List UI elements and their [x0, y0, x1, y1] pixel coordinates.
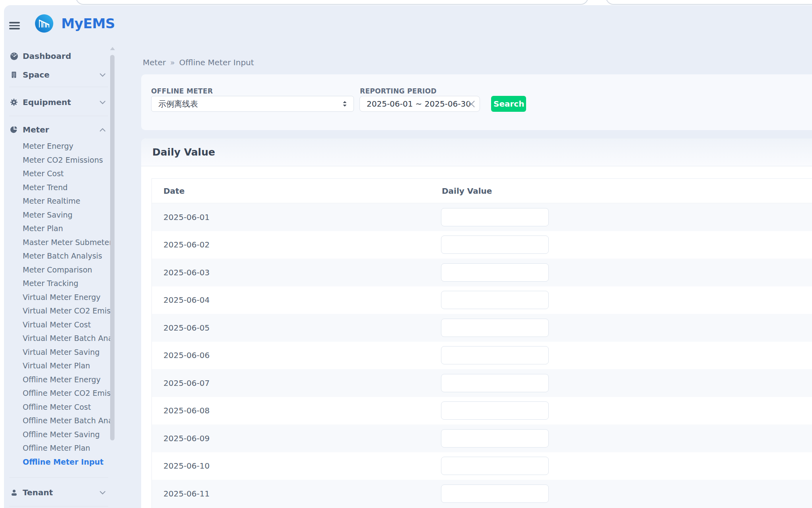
- building-icon: [9, 71, 19, 79]
- offline-meter-selected-value: 示例离线表: [158, 99, 198, 109]
- sidebar-subitem[interactable]: Meter Saving: [0, 208, 110, 222]
- brand-logo[interactable]: MyEMS: [35, 14, 115, 33]
- sidebar-item-meter[interactable]: Meter: [0, 122, 110, 138]
- sidebar-subitem[interactable]: Virtual Meter CO2 Emissions: [0, 304, 110, 318]
- table-row: 2025-06-06: [152, 342, 812, 370]
- chevron-down-icon: [100, 73, 105, 77]
- sidebar-item-label: Space: [23, 70, 50, 80]
- sidebar-subitem[interactable]: Meter Cost: [0, 167, 110, 181]
- sidebar-subitem[interactable]: Meter Batch Analysis: [0, 249, 110, 263]
- table-row: 2025-06-10: [152, 452, 812, 480]
- sidebar-subitem[interactable]: Offline Meter Energy: [0, 373, 110, 387]
- date-cell: 2025-06-06: [152, 350, 441, 360]
- sidebar-subitem[interactable]: Meter Trend: [0, 181, 110, 195]
- pie-chart-icon: [9, 126, 19, 134]
- scrollbar-thumb[interactable]: [110, 55, 115, 440]
- date-cell: 2025-06-11: [152, 489, 441, 498]
- date-cell: 2025-06-01: [152, 212, 441, 222]
- table-header-row: Date Daily Value: [152, 179, 812, 203]
- breadcrumb-meter-link[interactable]: Meter: [143, 58, 166, 67]
- sidebar-item-dashboard[interactable]: Dashboard: [0, 48, 110, 64]
- logo-mark-icon: [35, 14, 53, 33]
- sidebar-subitem[interactable]: Meter Realtime: [0, 194, 110, 208]
- table-row: 2025-06-04: [152, 286, 812, 314]
- daily-value-card: Daily Value Date Daily Value 2025-06-01 …: [141, 138, 812, 508]
- sidebar-subitem[interactable]: Meter Energy: [0, 139, 110, 153]
- daily-value-table: Date Daily Value 2025-06-01 2025-06-02: [152, 178, 812, 508]
- date-cell: 2025-06-04: [152, 295, 441, 305]
- sidebar-subitem[interactable]: Offline Meter Plan: [0, 441, 110, 455]
- brand-name: MyEMS: [61, 14, 115, 33]
- table-row: 2025-06-05: [152, 314, 812, 342]
- clear-icon[interactable]: [468, 100, 475, 108]
- breadcrumb-current-page: Offline Meter Input: [179, 58, 254, 67]
- table-row: 2025-06-01: [152, 203, 812, 231]
- sidebar-subitem[interactable]: Virtual Meter Cost: [0, 318, 110, 332]
- sidebar-subitem[interactable]: Meter Comparison: [0, 263, 110, 277]
- daily-value-input[interactable]: [441, 236, 549, 254]
- sidebar-subitem[interactable]: Offline Meter CO2 Emissions: [0, 386, 110, 400]
- daily-value-input[interactable]: [441, 291, 549, 309]
- date-cell: 2025-06-08: [152, 406, 441, 415]
- reporting-period-input[interactable]: 2025-06-01 ~ 2025-06-30: [359, 96, 480, 112]
- sidebar-item-label: Equipment: [23, 97, 71, 107]
- offline-meter-label: OFFLINE METER: [151, 87, 213, 95]
- sidebar-subitem[interactable]: Offline Meter Input: [0, 455, 110, 469]
- meter-submenu: Meter Energy Meter CO2 Emissions Meter C…: [0, 139, 115, 469]
- chevron-down-icon: [100, 491, 105, 494]
- select-updown-icon: [342, 100, 348, 108]
- sidebar-subitem[interactable]: Virtual Meter Energy: [0, 290, 110, 304]
- date-cell: 2025-06-07: [152, 378, 441, 388]
- sidebar-subitem[interactable]: Meter Plan: [0, 222, 110, 236]
- card-header: Daily Value: [141, 138, 812, 166]
- sidebar-item-tenant[interactable]: Tenant: [0, 485, 110, 500]
- search-button[interactable]: Search: [491, 96, 526, 112]
- date-cell: 2025-06-10: [152, 461, 441, 471]
- daily-value-input[interactable]: [441, 401, 549, 420]
- date-column-header: Date: [152, 186, 441, 196]
- offline-meter-select[interactable]: 示例离线表: [151, 96, 354, 112]
- navbar-search-input[interactable]: [76, 0, 589, 5]
- hamburger-menu-icon[interactable]: [9, 22, 20, 31]
- date-cell: 2025-06-02: [152, 240, 441, 249]
- sidebar-subitem[interactable]: Meter CO2 Emissions: [0, 153, 110, 167]
- daily-value-input[interactable]: [441, 208, 549, 226]
- daily-value-input[interactable]: [441, 346, 549, 364]
- date-cell: 2025-06-03: [152, 268, 441, 277]
- breadcrumb: Meter » Offline Meter Input: [143, 58, 254, 67]
- daily-value-input[interactable]: [441, 485, 549, 503]
- sidebar-subitem[interactable]: Virtual Meter Batch Analysis: [0, 331, 110, 345]
- table-row: 2025-06-07: [152, 369, 812, 397]
- table-row: 2025-06-02: [152, 231, 812, 259]
- sidebar-subitem[interactable]: Virtual Meter Saving: [0, 345, 110, 359]
- sidebar-divider: [9, 477, 108, 478]
- sidebar-item-label: Dashboard: [23, 51, 71, 61]
- sidebar-subitem[interactable]: Master Meter Submeters Balance: [0, 236, 110, 249]
- card-title: Daily Value: [152, 146, 215, 158]
- date-cell: 2025-06-09: [152, 434, 441, 443]
- daily-value-input[interactable]: [441, 319, 549, 337]
- sidebar-subitem[interactable]: Offline Meter Cost: [0, 400, 110, 414]
- user-icon: [9, 489, 19, 496]
- date-cell: 2025-06-05: [152, 323, 441, 333]
- daily-value-input[interactable]: [441, 457, 549, 475]
- daily-value-column-header: Daily Value: [441, 186, 492, 196]
- sidebar-item-label: Tenant: [23, 488, 53, 497]
- sidebar-item-space[interactable]: Space: [0, 67, 110, 83]
- daily-value-input[interactable]: [441, 374, 549, 392]
- sidebar-item-equipment[interactable]: Equipment: [0, 94, 110, 110]
- sidebar-divider: [9, 87, 108, 87]
- scrollbar-up-arrow[interactable]: [110, 47, 115, 50]
- sidebar-subitem[interactable]: Virtual Meter Plan: [0, 359, 110, 373]
- sidebar-subitem[interactable]: Offline Meter Saving: [0, 428, 110, 442]
- reporting-period-value: 2025-06-01 ~ 2025-06-30: [367, 99, 471, 109]
- daily-value-input[interactable]: [441, 263, 549, 282]
- gear-icon: [9, 98, 19, 106]
- table-row: 2025-06-11: [152, 480, 812, 508]
- table-row: 2025-06-09: [152, 424, 812, 452]
- daily-value-input[interactable]: [441, 429, 549, 448]
- sidebar-subitem[interactable]: Offline Meter Batch Analysis: [0, 414, 110, 428]
- breadcrumb-separator: »: [170, 58, 175, 67]
- navbar-control-pill[interactable]: [606, 0, 812, 5]
- sidebar-subitem[interactable]: Meter Tracking: [0, 276, 110, 290]
